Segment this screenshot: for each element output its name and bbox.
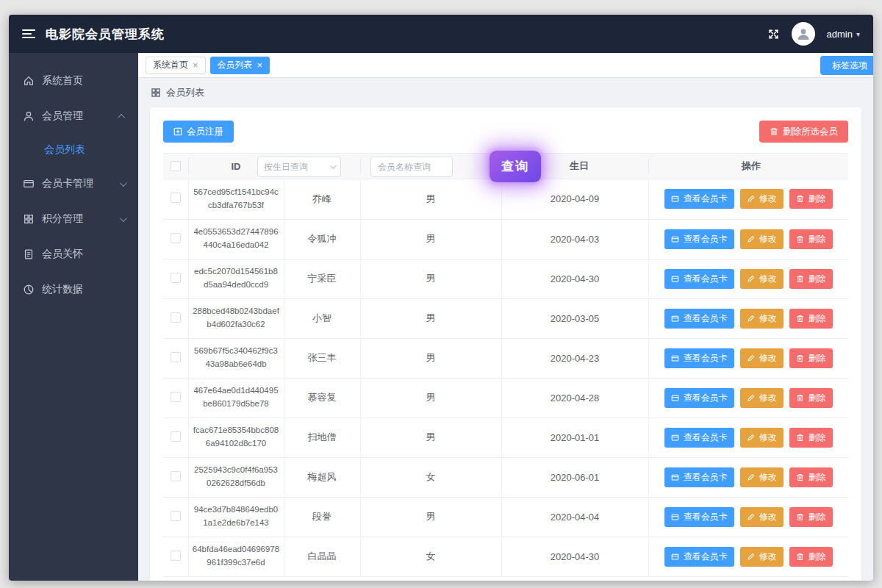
avatar[interactable] (792, 22, 815, 46)
user-menu[interactable]: admin ▾ (827, 29, 860, 40)
delete-button[interactable]: 删除 (789, 428, 833, 448)
grid-icon (22, 213, 35, 225)
member-name-input[interactable] (370, 157, 453, 177)
member-gender: 男 (360, 298, 501, 338)
row-checkbox[interactable] (171, 551, 181, 561)
sidebar-item-member-care[interactable]: 会员关怀 (9, 237, 138, 272)
delete-button[interactable]: 删除 (789, 467, 833, 487)
delete-button[interactable]: 删除 (789, 269, 833, 289)
member-gender: 男 (360, 219, 501, 259)
row-checkbox[interactable] (171, 193, 181, 203)
edit-button[interactable]: 修改 (740, 428, 784, 448)
sidebar-item-card-management[interactable]: 会员卡管理 (9, 166, 138, 201)
edit-label: 修改 (759, 471, 777, 484)
delete-button[interactable]: 删除 (789, 388, 833, 408)
sidebar-item-statistics[interactable]: 统计数据 (9, 272, 138, 307)
row-checkbox[interactable] (171, 392, 181, 402)
edit-button[interactable]: 修改 (740, 388, 784, 408)
member-birthday: 2020-06-01 (501, 457, 648, 497)
view-card-button[interactable]: 查看会员卡 (664, 309, 734, 329)
edit-label: 修改 (759, 312, 777, 325)
document-icon (22, 248, 35, 260)
birthday-filter-select[interactable]: 按生日查询 (257, 157, 341, 177)
view-card-button[interactable]: 查看会员卡 (664, 388, 734, 408)
edit-button[interactable]: 修改 (740, 269, 784, 289)
row-checkbox[interactable] (171, 312, 181, 323)
edit-button[interactable]: 修改 (740, 309, 784, 329)
register-member-button[interactable]: 会员注册 (163, 121, 234, 143)
card-icon (671, 473, 679, 481)
row-actions: 查看会员卡 修改 删除 (648, 537, 848, 576)
pencil-icon (747, 354, 755, 362)
row-checkbox[interactable] (171, 233, 181, 243)
tab-home[interactable]: 系统首页 × (146, 57, 206, 74)
search-button[interactable]: 查询 (490, 151, 541, 182)
content-area: 会员注册 删除所选会员 (138, 107, 873, 581)
close-icon[interactable]: × (257, 60, 263, 70)
delete-label: 删除 (808, 392, 826, 404)
sidebar-item-label: 会员管理 (42, 110, 83, 123)
delete-button[interactable]: 删除 (789, 547, 833, 567)
edit-button[interactable]: 修改 (740, 229, 784, 249)
view-card-button[interactable]: 查看会员卡 (664, 547, 734, 567)
edit-button[interactable]: 修改 (740, 348, 784, 368)
card-icon (671, 315, 679, 323)
member-birthday: 2020-04-04 (501, 497, 648, 537)
edit-button[interactable]: 修改 (740, 467, 784, 487)
sidebar-item-points-management[interactable]: 积分管理 (9, 201, 138, 237)
tag-options-button[interactable]: 标签选项 (820, 56, 873, 75)
pencil-icon (747, 195, 755, 203)
row-checkbox[interactable] (171, 352, 181, 362)
delete-button[interactable]: 删除 (789, 348, 833, 368)
tab-label: 会员列表 (218, 59, 253, 71)
delete-selected-button[interactable]: 删除所选会员 (759, 121, 848, 143)
edit-button[interactable]: 修改 (740, 547, 784, 567)
member-birthday: 2020-04-30 (501, 259, 648, 298)
delete-label: 删除 (808, 312, 826, 325)
birthday-filter-placeholder: 按生日查询 (264, 161, 308, 173)
edit-button[interactable]: 修改 (740, 189, 784, 209)
sidebar-item-home[interactable]: 系统首页 (9, 63, 138, 98)
edit-button[interactable]: 修改 (740, 507, 784, 527)
row-checkbox[interactable] (171, 471, 181, 481)
view-card-button[interactable]: 查看会员卡 (664, 229, 734, 249)
edit-label: 修改 (759, 233, 777, 245)
chevron-up-icon (118, 113, 125, 121)
view-card-button[interactable]: 查看会员卡 (664, 507, 734, 527)
row-checkbox[interactable] (171, 511, 181, 521)
row-checkbox[interactable] (171, 431, 181, 442)
member-gender: 男 (360, 378, 501, 417)
view-card-button[interactable]: 查看会员卡 (664, 467, 734, 487)
member-birthday: 2020-04-09 (501, 179, 648, 219)
page-background: 电影院会员管理系统 admin ▾ (0, 0, 882, 588)
close-icon[interactable]: × (193, 60, 198, 70)
sidebar-item-member-list[interactable]: 会员列表 (9, 134, 138, 166)
sidebar-item-member-management[interactable]: 会员管理 (9, 98, 138, 134)
member-birthday: 2020-04-03 (501, 219, 648, 259)
member-gender: 男 (360, 259, 501, 298)
delete-selected-label: 删除所选会员 (783, 126, 838, 138)
delete-button[interactable]: 删除 (789, 229, 833, 249)
chevron-down-icon: ▾ (856, 30, 860, 38)
sidebar-item-label: 会员关怀 (42, 248, 83, 261)
menu-toggle-icon[interactable] (22, 29, 35, 39)
delete-button[interactable]: 删除 (789, 189, 833, 209)
tab-member-list[interactable]: 会员列表 × (210, 57, 270, 74)
top-navbar: 电影院会员管理系统 admin ▾ (9, 15, 873, 53)
delete-button[interactable]: 删除 (789, 507, 833, 527)
fullscreen-icon[interactable] (767, 28, 780, 40)
select-all-checkbox[interactable] (171, 161, 181, 171)
row-checkbox[interactable] (171, 273, 181, 283)
row-checkbox-cell (163, 378, 188, 417)
pie-chart-icon (22, 284, 35, 295)
view-card-button[interactable]: 查看会员卡 (664, 348, 734, 368)
view-card-button[interactable]: 查看会员卡 (664, 189, 734, 209)
view-card-button[interactable]: 查看会员卡 (664, 269, 734, 289)
delete-button[interactable]: 删除 (789, 309, 833, 329)
view-card-button[interactable]: 查看会员卡 (664, 428, 734, 448)
row-checkbox-cell (163, 417, 188, 457)
view-card-label: 查看会员卡 (684, 352, 728, 365)
trash-icon (796, 473, 804, 481)
row-actions: 查看会员卡 修改 删除 (648, 179, 848, 219)
table-header: ID 按生日查询 查询 生日 操作 (163, 153, 848, 179)
